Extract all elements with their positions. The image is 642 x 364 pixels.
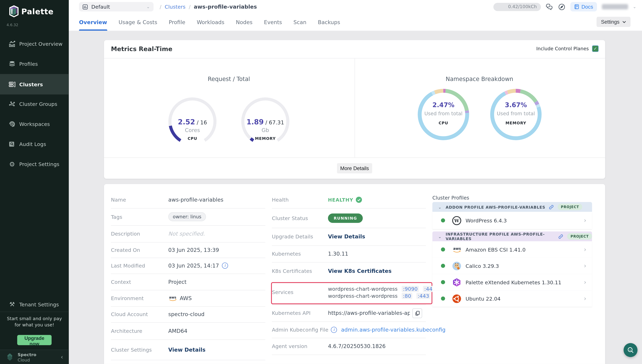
settings-button[interactable]: Settings [596, 17, 630, 27]
sidebar-item-project-overview[interactable]: Project Overview [0, 36, 69, 52]
sidebar-item-tenant-settings[interactable]: ⚒ Tenant Settings [0, 296, 69, 312]
include-control-planes-label: Include Control Planes [536, 46, 589, 52]
brand-name: Palette [21, 7, 54, 16]
tab-workloads[interactable]: Workloads [197, 14, 225, 31]
detail-row-upgrade-details: Upgrade Details View Details [272, 228, 365, 245]
tab-backups[interactable]: Backups [318, 14, 340, 31]
svg-text:aws: aws [169, 296, 176, 299]
breadcrumb-clusters-link[interactable]: Clusters [165, 4, 185, 10]
help-button[interactable] [624, 343, 637, 357]
addon-profile-name: ADDON PROFILE AWS-PROFILE-VARIABLES [446, 205, 545, 209]
status-dot [441, 218, 445, 222]
service-port-link[interactable]: :443 [416, 293, 431, 299]
memory-gauge-unit: Gb [240, 127, 291, 133]
sidebar-item-label: Audit Logs [19, 141, 46, 147]
cluster-tab-bar: Overview Usage & Costs Profile Workloads… [69, 14, 642, 31]
palette-kubernetes-icon [452, 278, 462, 287]
explore-compass-icon[interactable] [558, 3, 565, 10]
footer-brand: Spectro Cloud [18, 352, 36, 362]
cluster-profiles-title: Cluster Profiles [432, 195, 469, 201]
project-selector-value: Default [91, 4, 110, 10]
chevron-down-icon: ⌄ [146, 4, 150, 9]
service-row: wordpress-chart-wordpress :9090 :443 [328, 286, 437, 292]
promo-text: Start small and only pay for what you us… [0, 316, 69, 328]
chevron-down-icon[interactable]: ⌄ [633, 4, 636, 9]
feedback-chat-icon[interactable] [546, 3, 553, 10]
sidebar-item-workspaces[interactable]: Workspaces [0, 116, 69, 132]
user-menu-name[interactable] [602, 4, 628, 10]
profile-layer-row-pxk[interactable]: Palette eXtended Kubernetes 1.30.11 › [432, 274, 592, 290]
aws-icon: aws [452, 245, 462, 254]
sidebar-footer: Spectro Cloud ‹ [0, 350, 69, 364]
chevron-down-icon: ⌄ [438, 234, 442, 239]
sidebar-item-profiles[interactable]: Profiles [0, 56, 69, 72]
detail-row-health: Health HEALTHY [272, 192, 362, 208]
breadcrumb-separator: / [189, 4, 190, 10]
chevron-right-icon: › [584, 278, 586, 286]
service-port-link[interactable]: :80 [402, 293, 412, 299]
health-status: HEALTHY [328, 197, 362, 203]
view-k8s-certificates-link[interactable]: View K8s Certificates [328, 268, 391, 274]
memory-gauge-value: 1.89 / 67.31 [240, 118, 291, 126]
running-status-badge: RUNNING [328, 213, 363, 223]
more-details-button[interactable]: More Details [337, 163, 372, 174]
upgrade-view-details-link[interactable]: View Details [328, 234, 365, 240]
include-control-planes[interactable]: Include Control Planes ✓ [536, 46, 599, 52]
tab-overview[interactable]: Overview [79, 14, 107, 31]
tab-scan[interactable]: Scan [293, 14, 306, 31]
check-circle-icon [356, 197, 362, 203]
profile-layer-row-calico[interactable]: Calico 3.29.3 › [432, 258, 592, 274]
palette-logo-icon [8, 5, 20, 18]
network-icon [9, 100, 16, 107]
svg-text:W: W [454, 218, 459, 223]
memory-donut-label: Used from total [489, 111, 542, 117]
sidebar-item-clusters[interactable]: Clusters [0, 74, 69, 94]
link-icon[interactable] [549, 204, 554, 210]
docs-button[interactable]: Docs [570, 2, 597, 12]
cluster-settings-view-details-link[interactable]: View Details [168, 346, 205, 353]
book-icon [574, 4, 579, 10]
tab-nodes[interactable]: Nodes [236, 14, 253, 31]
service-port-link[interactable]: :9090 [402, 286, 419, 292]
upgrade-now-button[interactable]: Upgrade now [17, 335, 52, 345]
kubeconfig-download-link[interactable]: admin.aws-profile-variables.kubeconfig [341, 326, 446, 333]
tab-events[interactable]: Events [264, 14, 282, 31]
addon-profile-header[interactable]: ⌄ ADDON PROFILE AWS-PROFILE-VARIABLES PR… [432, 202, 592, 212]
chevron-down-icon [622, 21, 626, 23]
metrics-card: Metrics Real-Time Include Control Planes… [104, 40, 605, 179]
project-selector[interactable]: Default ⌄ [79, 2, 153, 12]
sidebar-item-cluster-groups[interactable]: Cluster Groups [0, 96, 69, 112]
link-icon[interactable] [558, 234, 564, 239]
tab-usage-costs[interactable]: Usage & Costs [119, 14, 157, 31]
infrastructure-profile-name: INFRASTRUCTURE PROFILE AWS-PROFILE-VARIA… [446, 232, 555, 241]
orbit-icon [9, 120, 16, 127]
copy-icon[interactable] [412, 308, 422, 318]
sidebar-item-project-settings[interactable]: ⚙ Project Settings [0, 156, 69, 172]
file-search-icon [9, 140, 16, 148]
sidebar-collapse-icon[interactable]: ‹ [61, 354, 63, 360]
app-version: 4.6.32 [7, 23, 18, 27]
profile-layer-row-ubuntu[interactable]: Ubuntu 22.04 › [432, 290, 592, 307]
detail-row-environment: Environment aws AWS [111, 290, 192, 306]
project-scope-icon [82, 4, 88, 10]
tab-profile[interactable]: Profile [169, 14, 185, 31]
profile-layer-row-wordpress[interactable]: W WordPress 6.4.3 › [432, 212, 592, 229]
sidebar-item-label: Project Settings [19, 161, 59, 167]
profile-layer-row-ebs-csi[interactable]: aws Amazon EBS CSI 1.41.0 › [432, 241, 592, 258]
info-icon[interactable]: i [222, 262, 228, 268]
cpu-donut-caption: CPU [417, 120, 470, 125]
sidebar-item-audit-logs[interactable]: Audit Logs [0, 136, 69, 152]
memory-gauge: 1.89 / 67.31 Gb MEMORY [240, 96, 291, 147]
divider [355, 58, 355, 158]
detail-row-cluster-status: Cluster Status RUNNING [272, 208, 363, 228]
include-control-planes-checkbox[interactable]: ✓ [592, 46, 598, 52]
info-icon[interactable]: i [331, 326, 337, 333]
chevron-down-icon: ⌄ [438, 205, 442, 209]
metrics-title: Metrics Real-Time [111, 46, 172, 53]
sidebar-item-label: Clusters [19, 81, 43, 87]
sidebar: Palette 4.6.32 Project Overview Profiles [0, 0, 69, 364]
detail-row-agent-version: Agent version 4.6.7/20250530.1826 [272, 338, 386, 354]
chevron-right-icon: › [584, 262, 586, 270]
detail-row-architecture: Architecture AMD64 [111, 322, 187, 340]
infrastructure-profile-header[interactable]: ⌄ INFRASTRUCTURE PROFILE AWS-PROFILE-VAR… [432, 232, 592, 241]
